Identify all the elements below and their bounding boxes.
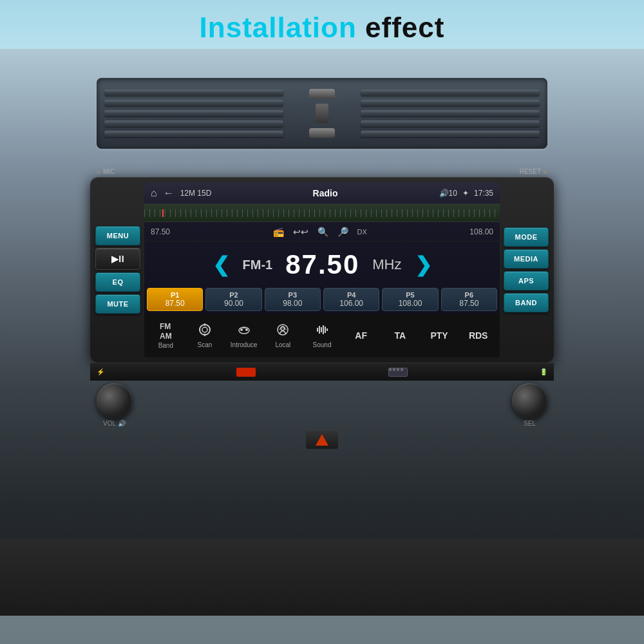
title-effect: effect <box>357 12 445 43</box>
vent-group <box>97 78 547 149</box>
vent-slat <box>361 120 540 127</box>
radio-screen: ⌂ ← 12M 15D Radio 🔊10 ✦ 17:35 <box>144 182 500 357</box>
unit-bottom-strip: ⚡ 🔋 <box>90 363 554 381</box>
vent-slat <box>104 90 283 96</box>
freq-band: FM-1 <box>243 258 273 272</box>
sound-button[interactable]: Sound <box>303 317 341 354</box>
side-buttons-left: MENU ▶II EQ MUTE <box>95 182 140 357</box>
hazard-button[interactable] <box>306 431 338 449</box>
vent-slat <box>361 90 540 96</box>
band-icon: FMAM <box>160 322 172 341</box>
freq-range-row: 87.50 📻 ↩↩ 🔍 🔎 DX 108.00 <box>144 222 500 242</box>
introduce-icon <box>237 323 251 340</box>
strip-dots <box>389 368 407 371</box>
strip-dot <box>389 368 392 371</box>
rds-button[interactable]: RDS <box>459 317 497 354</box>
reset-dot <box>544 170 547 174</box>
play-pause-button[interactable]: ▶II <box>95 248 140 270</box>
band-button[interactable]: FMAM Band <box>147 317 185 354</box>
preset-p5[interactable]: P5 108.00 <box>382 288 438 311</box>
ta-button[interactable]: TA <box>381 317 419 354</box>
menu-button[interactable]: MENU <box>95 226 140 245</box>
strip-usb-blue <box>388 368 408 377</box>
strip-dot <box>401 368 403 371</box>
freq-controls: 📻 ↩↩ 🔍 🔎 DX <box>273 227 367 237</box>
svg-point-8 <box>281 327 285 330</box>
ruler-needle <box>162 209 164 217</box>
pty-button[interactable]: PTY <box>421 317 459 354</box>
ta-label: TA <box>395 330 406 341</box>
aps-button[interactable]: APS <box>504 271 549 290</box>
main-unit-area: MIC RESET MENU ▶II EQ MUTE <box>90 168 554 449</box>
mount-piece <box>309 89 335 99</box>
preset-p1-freq: 87.50 <box>149 299 201 308</box>
mount-connector <box>316 104 328 123</box>
vol-label: VOL 🔊 <box>103 420 126 427</box>
local-button[interactable]: Local <box>264 317 302 354</box>
vent-slat <box>361 100 540 106</box>
preset-p5-label: P5 <box>384 291 436 299</box>
preset-p2-freq: 90.00 <box>207 299 260 308</box>
hazard-area <box>90 431 554 449</box>
af-button[interactable]: AF <box>342 317 380 354</box>
preset-p4-freq: 106.00 <box>325 299 377 308</box>
pty-label: PTY <box>430 330 448 341</box>
preset-p1-label: P1 <box>149 291 201 299</box>
hazard-triangle-icon <box>316 434 328 446</box>
preset-p2[interactable]: P2 90.00 <box>205 288 261 311</box>
sound-label: Sound <box>313 341 332 348</box>
band-right-button[interactable]: BAND <box>504 293 549 312</box>
freq-prev-button[interactable]: ❮ <box>213 252 230 277</box>
bottom-controls: FMAM Band <box>144 314 500 357</box>
preset-p3-label: P3 <box>267 291 319 299</box>
dx-label: DX <box>357 228 367 236</box>
preset-p6[interactable]: P6 87.50 <box>441 288 497 311</box>
volume-knob[interactable] <box>97 383 132 419</box>
freq-value: 87.50 <box>285 249 359 280</box>
unit-labels: MIC RESET <box>90 168 554 175</box>
freq-max: 108.00 <box>469 227 493 236</box>
screen-wrapper: ⌂ ← 12M 15D Radio 🔊10 ✦ 17:35 <box>144 182 500 357</box>
tune-knob[interactable] <box>512 383 547 419</box>
back-icon[interactable]: ← <box>164 187 174 199</box>
media-button[interactable]: MEDIA <box>504 249 549 269</box>
local-label: Local <box>275 341 290 348</box>
car-interior: MIC RESET MENU ▶II EQ MUTE <box>0 49 644 616</box>
home-icon[interactable]: ⌂ <box>151 187 157 199</box>
title-installation: Installation <box>200 12 357 43</box>
freq-unit: MHz <box>372 256 401 273</box>
preset-p3-freq: 98.00 <box>267 299 319 308</box>
eq-button[interactable]: EQ <box>95 272 140 292</box>
vent-left <box>104 90 283 137</box>
svg-point-0 <box>200 325 210 335</box>
mode-button[interactable]: MODE <box>504 227 549 247</box>
vent-slat <box>361 110 540 117</box>
scan-button[interactable]: Scan <box>186 317 224 354</box>
reset-label: RESET <box>520 168 547 175</box>
mute-button[interactable]: MUTE <box>95 294 140 314</box>
vol-icon: 🔊 <box>118 420 126 427</box>
topbar-title: Radio <box>313 188 338 198</box>
screen-topbar: ⌂ ← 12M 15D Radio 🔊10 ✦ 17:35 <box>144 182 500 204</box>
svg-point-6 <box>245 328 248 331</box>
preset-p6-freq: 87.50 <box>443 299 495 308</box>
preset-p1[interactable]: P1 87.50 <box>147 288 203 311</box>
search2-icon[interactable]: 🔎 <box>337 227 348 237</box>
freq-display: ❮ FM-1 87.50 MHz ❯ <box>144 242 500 288</box>
ac-vents-area <box>0 62 644 165</box>
strip-usb-red <box>236 368 256 377</box>
strip-dot <box>393 368 395 371</box>
preset-p3[interactable]: P3 98.00 <box>265 288 321 311</box>
freq-next-button[interactable]: ❯ <box>415 252 432 277</box>
repeat-icon[interactable]: ↩↩ <box>293 227 308 237</box>
search-icon[interactable]: 🔍 <box>317 227 328 237</box>
preset-p4[interactable]: P4 106.00 <box>323 288 379 311</box>
preset-p6-label: P6 <box>443 291 495 299</box>
introduce-button[interactable]: Introduce <box>225 317 263 354</box>
center-mount <box>296 89 348 138</box>
introduce-label: Introduce <box>231 341 258 348</box>
vent-slat <box>104 120 283 127</box>
broadcast-icon[interactable]: 📻 <box>273 227 284 237</box>
ruler-track <box>144 209 500 217</box>
car-bottom-panel <box>0 538 644 616</box>
